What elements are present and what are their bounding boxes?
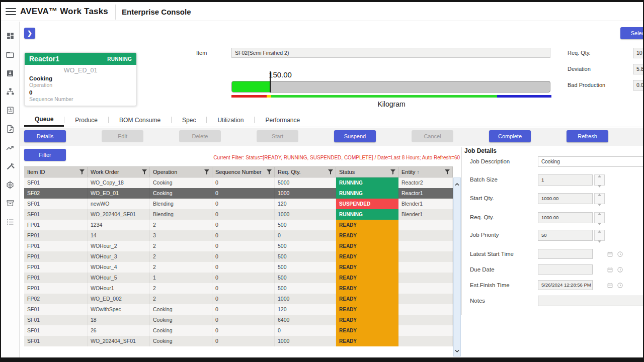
table-cell: 0 [212, 220, 275, 230]
sidebar-item-folder[interactable] [1, 45, 19, 64]
filter-funnel-icon[interactable] [328, 169, 333, 174]
sidebar-item-list[interactable] [1, 213, 19, 231]
filter-button[interactable]: Filter [24, 149, 66, 161]
start-qty-field[interactable]: 1000.00 [538, 193, 593, 204]
sidebar-item-report[interactable] [1, 101, 19, 120]
column-header-entity[interactable]: Entity↑ [398, 167, 453, 177]
column-header-req-qty[interactable]: Req. Qty. [275, 167, 336, 177]
batch-size-stepper[interactable] [594, 174, 605, 186]
table-row[interactable]: SF01WO_202404_SF01Cooking01000READY [24, 336, 453, 346]
table-row[interactable]: FP01WOHour_220500READY [24, 241, 453, 251]
est-finish-time-field[interactable]: 5/26/2024 12:28:56 PM [538, 280, 593, 290]
spinner-down-icon[interactable] [598, 180, 601, 190]
item-input[interactable]: SF02(Semi Finsihed 2) [231, 48, 550, 58]
table-row[interactable]: FP02WO_ED_002201000READY [24, 294, 453, 304]
table-row[interactable]: SF01WO_202404_SF01Blending01000RUNNINGBl… [24, 209, 453, 220]
filter-funnel-icon[interactable] [142, 169, 147, 174]
metric-value-req-qty[interactable]: 10 [633, 48, 643, 58]
table-scrollbar[interactable] [453, 177, 461, 356]
column-header-sequence-number[interactable]: Sequence Number [212, 167, 275, 177]
job-description-field[interactable]: Cooking [538, 156, 643, 167]
column-header-operation[interactable]: Operation [150, 167, 212, 177]
complete-button[interactable]: Complete [489, 130, 531, 142]
equipment-card[interactable]: Reactor1 RUNNING WO_ED_01 Cooking Operat… [24, 52, 137, 106]
filter-funnel-icon[interactable] [267, 169, 272, 174]
latest-start-time-field[interactable] [538, 249, 593, 259]
suspend-button[interactable]: Suspend [334, 130, 376, 142]
table-cell: READY [336, 315, 398, 325]
table-row[interactable]: FP01WOHour_510500READY [24, 273, 453, 283]
spinner-down-icon[interactable] [598, 199, 601, 208]
due-date-field[interactable] [538, 264, 593, 275]
calendar-icon[interactable] [606, 281, 614, 290]
sidebar-item-trend[interactable] [1, 138, 19, 157]
scroll-down-icon[interactable] [455, 346, 459, 355]
sidebar-item-dashboard[interactable] [1, 27, 19, 45]
spinner-up-icon[interactable] [598, 226, 601, 235]
metric-value-deviation[interactable]: 5.8 [633, 64, 643, 74]
sidebar-item-archive[interactable] [1, 194, 19, 213]
table-row[interactable]: SF01WOwithSpecCooking0120READY [24, 304, 453, 315]
sidebar-item-settings[interactable] [1, 175, 19, 194]
column-header-item-id[interactable]: Item ID [24, 167, 88, 177]
tab-spec[interactable]: Spec [172, 113, 206, 127]
table-row[interactable]: SF02WO_ED_01Cooking01000RUNNINGReactor1 [24, 188, 453, 199]
tab-performance[interactable]: Performance [255, 113, 310, 127]
table-row[interactable]: SF0118Cooking06400READY [24, 315, 453, 325]
start-qty-stepper[interactable] [594, 193, 605, 204]
job-priority-field[interactable]: 50 [538, 230, 593, 241]
table-row[interactable]: FP01WOHour_420500READY [24, 262, 453, 273]
tab-bom-consume[interactable]: BOM Consume [109, 113, 171, 127]
table-row[interactable]: SF01newWOBlending0120SUSPENDEDBlender1 [24, 199, 453, 209]
edit-button: Edit [102, 130, 143, 142]
chevron-right-icon: ❯ [27, 30, 32, 37]
spinner-up-icon[interactable] [598, 208, 601, 217]
table-row[interactable]: FP0114300READY [24, 230, 453, 241]
table-row[interactable]: FP01WOHour_320500READY [24, 251, 453, 262]
tab-queue[interactable]: Queue [24, 113, 64, 127]
filter-funnel-icon[interactable] [204, 169, 209, 174]
tab-utilization[interactable]: Utilization [207, 113, 254, 127]
tab-produce[interactable]: Produce [64, 113, 108, 127]
calendar-icon[interactable] [606, 249, 614, 258]
table-row[interactable]: FP01WOHour120500READY [24, 283, 453, 294]
scroll-up-icon[interactable] [455, 179, 459, 188]
column-header-status[interactable]: Status [336, 167, 398, 177]
equipment-work-order: WO_ED_01 [29, 67, 132, 74]
expand-panel-button[interactable]: ❯ [24, 28, 35, 39]
current-filter-text: Current Filter: Status=[READY, RUNNING, … [171, 155, 460, 160]
refresh-button[interactable]: Refresh [567, 130, 608, 142]
filter-funnel-icon[interactable] [79, 169, 85, 174]
details-button[interactable]: Details [24, 130, 66, 142]
spinner-up-icon[interactable] [598, 170, 601, 179]
table-cell: WOHour_4 [88, 262, 150, 273]
sidebar-item-document-edit[interactable] [1, 120, 19, 138]
req-qty-field[interactable]: 1000.00 [538, 212, 593, 223]
notes-field[interactable] [538, 296, 643, 306]
table-cell: 1000 [275, 336, 336, 346]
clock-icon[interactable] [616, 265, 624, 274]
metric-value-bad-production[interactable]: 0.0 [633, 80, 643, 90]
table-cell: Blender1 [398, 209, 453, 220]
table-row[interactable]: SF0126Cooking00READY [24, 325, 453, 336]
column-header-work-order[interactable]: Work Order [88, 167, 150, 177]
filter-funnel-icon[interactable] [445, 169, 450, 174]
table-cell: 500 [275, 262, 336, 273]
spinner-up-icon[interactable] [598, 189, 601, 198]
req-qty-stepper[interactable] [594, 212, 605, 223]
sidebar-item-inbox[interactable] [1, 64, 19, 82]
sidebar-item-tools[interactable] [1, 157, 19, 175]
table-row[interactable]: FP01123420500READY [24, 220, 453, 230]
hamburger-menu-icon[interactable] [6, 8, 16, 16]
clock-icon[interactable] [616, 249, 624, 258]
spinner-down-icon[interactable] [598, 236, 601, 245]
sidebar-item-hierarchy[interactable] [1, 82, 19, 101]
job-priority-stepper[interactable] [594, 230, 605, 241]
batch-size-field[interactable]: 1 [538, 174, 593, 186]
calendar-icon[interactable] [606, 265, 614, 274]
clock-icon[interactable] [616, 281, 624, 290]
table-row[interactable]: SF01WO_Copy_18Cooking05000RUNNINGReactor… [24, 177, 453, 188]
select-button[interactable]: Select [620, 27, 643, 39]
table-cell: 0 [212, 230, 275, 241]
filter-funnel-icon[interactable] [390, 169, 395, 174]
